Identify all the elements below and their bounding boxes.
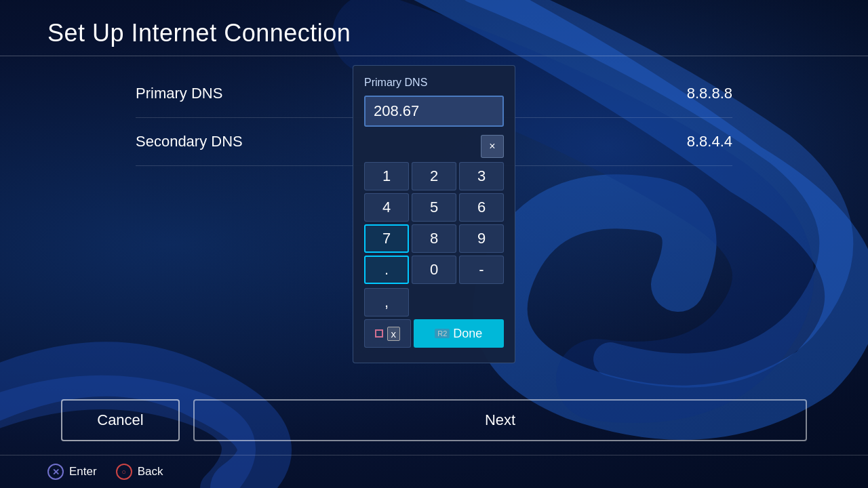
footer-hint: ✕ Enter ○ Back (0, 455, 868, 488)
num-9-button[interactable]: 9 (459, 224, 504, 253)
done-label: Done (453, 327, 482, 341)
num-6-button[interactable]: 6 (459, 193, 504, 222)
empty-2 (459, 288, 504, 317)
comma-row: , (364, 288, 504, 317)
num-1-button[interactable]: 1 (364, 162, 409, 190)
settings-area: Primary DNS 8.8.8.8 Secondary DNS 8.8.4.… (0, 56, 868, 399)
num-3-button[interactable]: 3 (459, 162, 504, 190)
empty-1 (412, 288, 456, 317)
numpad-actions: x R2 Done (364, 319, 504, 348)
backspace-x: x (387, 327, 401, 341)
o-button-icon: ○ (116, 464, 132, 480)
next-button[interactable]: Next (193, 399, 807, 441)
x-button-icon: ✕ (47, 464, 64, 480)
dialog-overlay: Primary DNS × 1 2 3 4 5 6 7 8 9 . (0, 29, 868, 399)
close-button[interactable]: × (481, 135, 504, 158)
num-dot-button[interactable]: . (364, 256, 409, 284)
numpad-dialog: Primary DNS × 1 2 3 4 5 6 7 8 9 . (353, 65, 515, 363)
main-content: Set Up Internet Connection Primary DNS 8… (0, 0, 868, 488)
enter-hint: ✕ Enter (47, 464, 97, 480)
dns-input[interactable] (364, 96, 504, 127)
back-label: Back (138, 465, 163, 479)
num-0-button[interactable]: 0 (412, 256, 456, 284)
square-icon (375, 329, 383, 338)
close-row: × (364, 135, 504, 158)
numpad-grid: 1 2 3 4 5 6 7 8 9 . 0 - (364, 162, 504, 284)
dialog-title: Primary DNS (364, 77, 504, 89)
done-button[interactable]: R2 Done (414, 319, 504, 348)
r2-badge: R2 (435, 329, 450, 338)
back-hint: ○ Back (116, 464, 163, 480)
enter-label: Enter (69, 465, 97, 479)
bottom-buttons: Cancel Next (0, 399, 868, 455)
backspace-button[interactable]: x (364, 319, 411, 348)
num-dash-button[interactable]: - (459, 256, 504, 284)
num-5-button[interactable]: 5 (412, 193, 456, 222)
cancel-button[interactable]: Cancel (61, 399, 180, 441)
num-comma-button[interactable]: , (364, 288, 409, 317)
num-7-button[interactable]: 7 (364, 224, 409, 253)
num-4-button[interactable]: 4 (364, 193, 409, 222)
num-8-button[interactable]: 8 (412, 224, 456, 253)
num-2-button[interactable]: 2 (412, 162, 456, 190)
